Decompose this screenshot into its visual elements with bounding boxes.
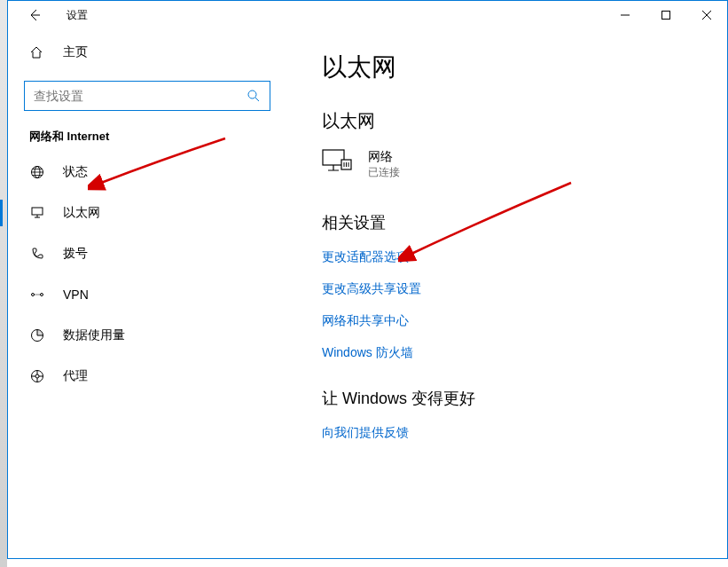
home-button[interactable]: 主页 <box>8 35 286 70</box>
sidebar-item-label: 拨号 <box>63 246 88 262</box>
titlebar: 设置 <box>8 1 727 29</box>
main-panel: 以太网 以太网 网络 已连接 相关设置 更改适配器选项 更改高级共享设置 网络和… <box>286 29 727 558</box>
desktop-edge <box>0 0 7 567</box>
minimize-icon <box>621 11 630 20</box>
svg-rect-0 <box>662 12 670 20</box>
search-input[interactable] <box>34 89 247 103</box>
sidebar-item-vpn[interactable]: VPN <box>8 274 286 315</box>
sidebar-item-ethernet[interactable]: 以太网 <box>8 193 286 233</box>
improve-title: 让 Windows 变得更好 <box>322 388 727 409</box>
content-area: 主页 网络和 Internet 状态 <box>8 29 727 558</box>
back-button[interactable] <box>24 4 45 26</box>
network-monitor-icon <box>322 149 357 176</box>
settings-window: 设置 主页 <box>7 0 728 559</box>
sidebar-item-proxy[interactable]: 代理 <box>8 356 286 397</box>
home-icon <box>29 45 45 59</box>
globe-icon <box>29 165 45 179</box>
window-title: 设置 <box>67 8 88 23</box>
close-icon <box>702 11 711 20</box>
window-controls <box>605 1 727 29</box>
network-name: 网络 <box>368 149 400 165</box>
maximize-button[interactable] <box>646 1 686 29</box>
svg-point-9 <box>35 374 39 378</box>
link-network-center[interactable]: 网络和共享中心 <box>322 313 727 329</box>
sidebar-item-label: 代理 <box>63 368 88 384</box>
phone-icon <box>29 247 45 261</box>
svg-rect-4 <box>32 208 43 215</box>
home-label: 主页 <box>63 44 88 60</box>
svg-point-6 <box>41 294 43 296</box>
sidebar: 主页 网络和 Internet 状态 <box>8 29 286 558</box>
minimize-button[interactable] <box>605 1 646 29</box>
back-arrow-icon <box>27 8 42 22</box>
network-status: 已连接 <box>368 165 400 180</box>
ethernet-icon <box>29 206 45 220</box>
network-text: 网络 已连接 <box>368 149 400 180</box>
proxy-icon <box>29 369 45 383</box>
close-button[interactable] <box>686 1 727 29</box>
vpn-icon <box>29 287 45 302</box>
search-icon <box>247 89 261 103</box>
sub-title: 以太网 <box>322 109 727 133</box>
svg-point-5 <box>32 294 35 296</box>
link-feedback[interactable]: 向我们提供反馈 <box>322 425 727 441</box>
data-usage-icon <box>29 328 45 343</box>
sidebar-item-label: 以太网 <box>63 205 100 221</box>
link-firewall[interactable]: Windows 防火墙 <box>322 345 727 361</box>
sidebar-item-label: 数据使用量 <box>63 327 125 343</box>
link-change-adapter[interactable]: 更改适配器选项 <box>322 249 727 265</box>
search-box[interactable] <box>24 81 270 111</box>
svg-rect-10 <box>323 150 344 165</box>
network-row[interactable]: 网络 已连接 <box>322 149 727 180</box>
section-title: 网络和 Internet <box>8 111 286 152</box>
related-settings-title: 相关设置 <box>322 212 727 233</box>
sidebar-item-label: 状态 <box>63 164 88 180</box>
maximize-icon <box>661 11 670 20</box>
link-advanced-sharing[interactable]: 更改高级共享设置 <box>322 281 727 297</box>
page-title: 以太网 <box>322 51 727 84</box>
sidebar-item-status[interactable]: 状态 <box>8 152 286 193</box>
svg-point-1 <box>248 91 256 98</box>
sidebar-item-data-usage[interactable]: 数据使用量 <box>8 315 286 356</box>
search-container <box>8 81 286 111</box>
sidebar-item-label: VPN <box>63 287 89 302</box>
sidebar-item-dialup[interactable]: 拨号 <box>8 233 286 274</box>
